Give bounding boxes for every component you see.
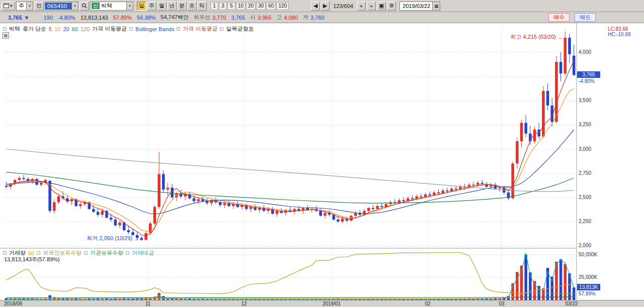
period-button-week[interactable]: 주: [147, 2, 156, 11]
zoom-tool-button[interactable]: ≈: [367, 2, 376, 11]
arrow-right-icon: →: [557, 34, 563, 40]
date-value: 2019/03/22: [403, 3, 430, 9]
legend-ma5: 5: [49, 26, 52, 32]
legend-ma10: 10: [54, 26, 60, 32]
low-change-label: LC:83.66: [608, 26, 628, 32]
chart-area[interactable]: 빅텍 종가 단순 5 10 20 60 120 가격 이동평균 Bollinge…: [0, 23, 644, 307]
high-label: 고: [277, 14, 282, 21]
prev-page-button[interactable]: ◀: [311, 2, 320, 11]
page-indicator: 123/604: [333, 3, 353, 9]
period-button-day[interactable]: 일: [137, 2, 146, 11]
crosshair-tool-button[interactable]: +: [357, 2, 366, 11]
period-button-year[interactable]: 년: [167, 2, 177, 11]
change-arrow-icon: ▼: [24, 15, 30, 21]
chevron-down-icon[interactable]: ▼: [71, 2, 78, 10]
legend-ma120: 120: [80, 26, 90, 32]
full-period-button[interactable]: 전: [34, 2, 44, 11]
best-ask: 3,770: [212, 15, 226, 21]
stock-name-combo[interactable]: 신 빅텍 ▼: [90, 2, 133, 11]
annotation-high-text: 최고 4,215 (03/20): [511, 33, 556, 41]
volume-value: 13,813,143: [80, 15, 108, 21]
legend-bollinger: Bollinger Bands: [135, 26, 174, 32]
legend-swatch-icon: [177, 27, 180, 31]
low-label: 저: [303, 14, 308, 21]
next-page-button[interactable]: ▶: [320, 2, 330, 11]
legend-swatch-icon: [126, 251, 129, 255]
legend-ma-prefix: 종가 단순: [23, 25, 46, 33]
legend-swatch-icon: [3, 27, 7, 31]
calendar-icon[interactable]: ▦: [432, 2, 440, 10]
change-value: 190: [43, 15, 52, 21]
interval-button-10[interactable]: 10: [236, 2, 246, 10]
main-toolbar: ▼ 주 ▼ 전 065450 ▼ 신 빅텍 ▼ 일주월년분초틱 13510203…: [0, 0, 644, 12]
market-badge: 신: [92, 3, 100, 9]
x-axis-label: 02: [425, 301, 430, 306]
date-picker[interactable]: 2019/03/22 ▦: [399, 2, 440, 11]
period-button-minute[interactable]: 분: [177, 2, 187, 11]
x-axis-label: 2018/09: [4, 301, 22, 306]
low-price: 3,760: [310, 15, 325, 21]
stock-code-input[interactable]: 065450: [45, 3, 71, 10]
period-type-combo[interactable]: 주 ▼: [16, 2, 33, 11]
interval-button-20[interactable]: 20: [246, 2, 256, 10]
interval-button-120[interactable]: 120: [276, 2, 289, 10]
legend-ma-suffix: 가격 이동평균: [92, 25, 127, 33]
page-nav-group: ◀ ▶: [311, 2, 330, 11]
legend-institution: 기관보유수량: [90, 249, 123, 257]
sell-button[interactable]: 매도: [575, 13, 596, 22]
settings-button[interactable]: ⚙: [387, 2, 396, 11]
legend-stock-name: 빅텍: [9, 25, 20, 33]
best-quote-label: 최우선: [194, 14, 210, 21]
chart-menu-button[interactable]: ▼: [2, 2, 15, 11]
x-axis-label: 03: [499, 301, 504, 306]
interval-button-1[interactable]: 1: [210, 2, 218, 10]
window-icon: [4, 4, 9, 8]
legend-price-ma: 가격 이동평균: [183, 25, 217, 33]
current-price-percent: -4.80%: [579, 78, 595, 84]
current-price: 3,765: [8, 15, 22, 21]
amount-value: 54,747백만: [160, 14, 189, 21]
interval-button-5[interactable]: 5: [227, 2, 235, 10]
chevron-down-icon[interactable]: ▼: [26, 2, 33, 10]
legend-swatch-icon: [129, 27, 133, 31]
chevron-down-icon[interactable]: ▼: [126, 2, 133, 10]
chart-tools-icon[interactable]: ▦: [3, 32, 9, 39]
x-axis-label: 11: [145, 301, 150, 306]
period-button-second[interactable]: 초: [187, 2, 197, 11]
high-price: 4,080: [284, 15, 298, 21]
chart-plot[interactable]: [0, 23, 644, 307]
search-icon: [82, 3, 87, 9]
float-percent: 56.38%: [137, 15, 155, 21]
buy-button[interactable]: 매수: [548, 13, 570, 22]
x-axis-label: 03/22: [565, 301, 578, 306]
stock-code-combo[interactable]: 065450 ▼: [45, 2, 78, 11]
change-percent: -4.80%: [58, 15, 75, 21]
period-button-group: 일주월년분초틱: [137, 2, 207, 11]
stock-chart-window: ▼ 주 ▼ 전 065450 ▼ 신 빅텍 ▼ 일주월년분초틱 13510203…: [0, 0, 644, 307]
interval-button-30[interactable]: 30: [256, 2, 266, 10]
x-axis-label: 2019/01: [323, 301, 341, 306]
interval-button-60[interactable]: 60: [266, 2, 276, 10]
legend-ma60: 60: [72, 26, 78, 32]
save-button[interactable]: ▣: [377, 2, 386, 11]
legend-ma20: 20: [63, 26, 69, 32]
legend-swatch-icon: [37, 251, 40, 255]
arrow-right-icon: →: [134, 236, 139, 242]
current-price-badge: 3,765: [577, 71, 600, 78]
legend-volume-ma: 60: [28, 250, 34, 256]
x-axis-strip: 2018/0911122019/01020303/22: [0, 300, 644, 307]
period-button-month[interactable]: 월: [157, 2, 167, 11]
stock-search-button[interactable]: [79, 2, 89, 11]
period-button-tick[interactable]: 틱: [197, 2, 207, 11]
interval-button-group: 13510203060120: [210, 2, 289, 10]
open-price: 3,965: [258, 15, 272, 21]
volume-summary: 13,813,143주(57.89%): [4, 256, 60, 263]
open-label: 시: [250, 14, 256, 21]
current-volume-badge: 13,813K: [577, 284, 600, 290]
legend-ichimoku: 일목균형표: [226, 25, 254, 33]
interval-button-3[interactable]: 3: [219, 2, 227, 10]
legend-swatch-icon: [220, 27, 223, 31]
annotation-low-text: 최저 2,050 (10/29): [87, 235, 133, 242]
legend-swatch-icon: [84, 251, 88, 255]
annotation-high: 최고 4,215 (03/20) →: [511, 33, 564, 41]
